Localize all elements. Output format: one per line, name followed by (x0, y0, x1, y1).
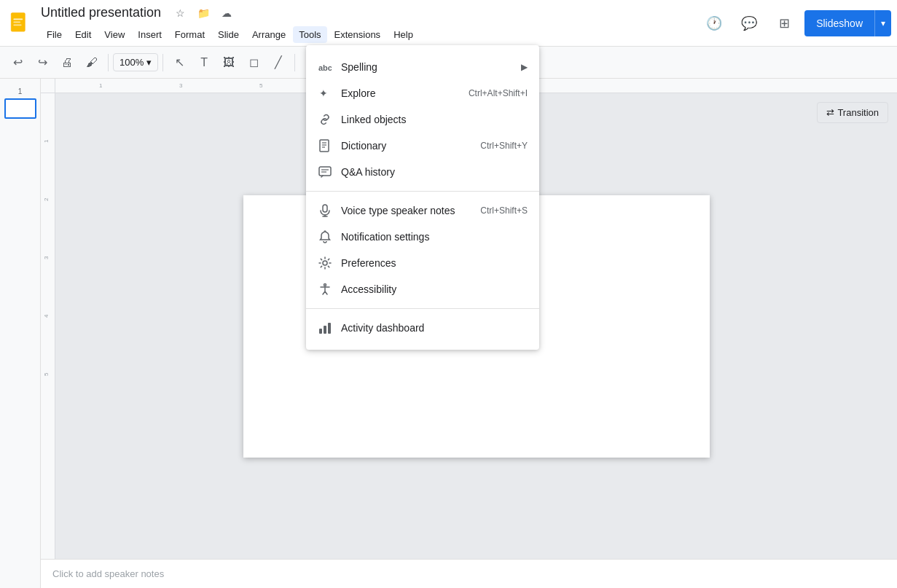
linked-objects-icon (318, 112, 332, 127)
tools-divider-1 (306, 191, 539, 192)
tools-item-spelling[interactable]: abc Spelling ▶ (306, 54, 539, 80)
tools-item-notification-settings[interactable]: Notification settings (306, 224, 539, 250)
dictionary-icon (318, 138, 332, 153)
activity-dashboard-label: Activity dashboard (341, 322, 528, 334)
dictionary-shortcut: Ctrl+Shift+Y (480, 141, 528, 151)
voice-type-label: Voice type speaker notes (341, 205, 474, 216)
tools-item-preferences[interactable]: Preferences (306, 250, 539, 276)
menu-overlay: abc Spelling ▶ ✦ Explore Ctrl+Alt+Shift+… (0, 0, 897, 588)
tools-section-3: Activity dashboard (306, 312, 539, 344)
spelling-icon: abc (318, 60, 332, 74)
voice-type-icon (318, 203, 332, 218)
tools-item-qa-history[interactable]: Q&A history (306, 159, 539, 185)
svg-text:✦: ✦ (319, 87, 328, 99)
preferences-icon (318, 256, 332, 270)
svg-text:abc: abc (318, 63, 332, 72)
spelling-label: Spelling (341, 61, 515, 73)
qa-history-label: Q&A history (341, 166, 528, 178)
voice-type-shortcut: Ctrl+Shift+S (480, 205, 528, 216)
activity-dashboard-icon (318, 321, 332, 335)
explore-label: Explore (341, 87, 463, 99)
svg-rect-31 (328, 323, 331, 334)
explore-shortcut: Ctrl+Alt+Shift+I (469, 88, 528, 98)
accessibility-icon (318, 282, 332, 297)
svg-point-27 (323, 261, 327, 265)
notification-settings-label: Notification settings (341, 231, 528, 243)
tools-item-voice-type[interactable]: Voice type speaker notes Ctrl+Shift+S (306, 197, 539, 224)
tools-section-1: abc Spelling ▶ ✦ Explore Ctrl+Alt+Shift+… (306, 51, 539, 188)
svg-rect-17 (320, 140, 329, 152)
svg-point-28 (324, 284, 326, 286)
tools-item-explore[interactable]: ✦ Explore Ctrl+Alt+Shift+I (306, 80, 539, 106)
preferences-label: Preferences (341, 257, 528, 269)
tools-item-accessibility[interactable]: Accessibility (306, 276, 539, 302)
tools-section-2: Voice type speaker notes Ctrl+Shift+S No… (306, 195, 539, 305)
spelling-arrow-icon: ▶ (521, 62, 528, 72)
notification-settings-icon (318, 230, 332, 244)
svg-rect-29 (319, 329, 322, 334)
tools-dropdown: abc Spelling ▶ ✦ Explore Ctrl+Alt+Shift+… (306, 45, 539, 350)
tools-divider-2 (306, 308, 539, 309)
svg-rect-24 (323, 205, 327, 212)
tools-item-linked-objects[interactable]: Linked objects (306, 106, 539, 133)
svg-rect-21 (319, 167, 331, 176)
dictionary-label: Dictionary (341, 140, 474, 152)
svg-rect-30 (324, 326, 326, 334)
tools-item-dictionary[interactable]: Dictionary Ctrl+Shift+Y (306, 133, 539, 159)
tools-item-activity-dashboard[interactable]: Activity dashboard (306, 315, 539, 341)
linked-objects-label: Linked objects (341, 114, 528, 125)
explore-icon: ✦ (318, 86, 332, 101)
accessibility-label: Accessibility (341, 283, 528, 295)
qa-history-icon (318, 165, 332, 179)
